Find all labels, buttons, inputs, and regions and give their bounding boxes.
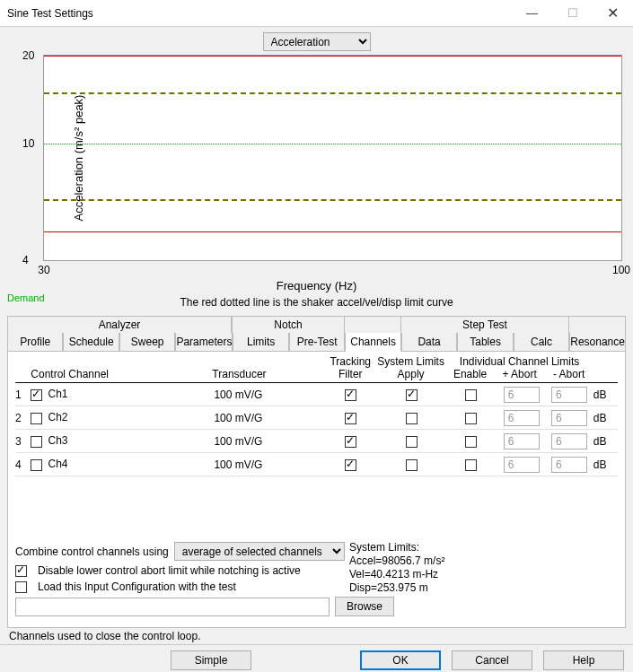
ok-button[interactable]: OK (360, 650, 441, 670)
plus-abort-input[interactable]: 6 (504, 387, 540, 403)
control-checkbox[interactable] (31, 413, 42, 424)
col-transducer: Transducer (212, 368, 324, 380)
x-tick: 30 (38, 264, 49, 276)
y-tick: 4 (22, 254, 29, 266)
tab-limits[interactable]: Limits (233, 333, 288, 352)
status-text: Channels used to close the control loop. (0, 628, 633, 644)
input-config-path[interactable] (15, 598, 330, 616)
y-tick: 20 (22, 49, 34, 62)
chart-caption: The red dotted line is the shaker accel/… (7, 296, 626, 309)
col-icl: Individual Channel Limits (445, 355, 593, 368)
col-enable: Enable (445, 368, 495, 380)
disable-lower-checkbox[interactable] (15, 565, 27, 577)
window-title: Sine Test Settings (7, 7, 93, 20)
control-checkbox[interactable] (31, 459, 42, 471)
control-checkbox[interactable] (31, 436, 42, 448)
close-button[interactable]: ✕ (593, 0, 633, 27)
tab-calc[interactable]: Calc (514, 333, 569, 352)
col-plus-abort: + Abort (495, 368, 544, 380)
maximize-button[interactable]: ☐ (552, 0, 593, 27)
tab-data[interactable]: Data (401, 333, 457, 352)
tab-resonance[interactable]: Resonance (569, 333, 626, 352)
tracking-checkbox[interactable] (345, 413, 356, 424)
lower-warn-line (44, 199, 621, 201)
chart-quantity-select[interactable]: Acceleration (263, 32, 371, 51)
col-tracking-filter: Tracking Filter (324, 355, 376, 380)
enable-checkbox[interactable] (465, 389, 477, 401)
col-minus-abort: - Abort (544, 368, 593, 380)
syslimits-checkbox[interactable] (406, 436, 418, 448)
plus-abort-input[interactable]: 6 (504, 457, 540, 473)
enable-checkbox[interactable] (465, 459, 477, 471)
minimize-button[interactable]: — (512, 0, 552, 27)
col-control-channel: Control Channel (31, 368, 212, 380)
upper-limit-line (44, 56, 621, 57)
minus-abort-input[interactable]: 6 (551, 433, 587, 449)
control-checkbox[interactable] (31, 389, 42, 401)
x-tick: 100 (612, 264, 630, 276)
load-input-label: Load this Input Configuration with the t… (38, 580, 236, 593)
syslimits-checkbox[interactable] (406, 389, 418, 401)
disable-lower-label: Disable lower control abort limit while … (38, 564, 301, 577)
cancel-button[interactable]: Cancel (452, 650, 532, 670)
enable-checkbox[interactable] (465, 436, 477, 448)
combine-select[interactable]: average of selected channels (174, 542, 345, 561)
demand-line (44, 144, 621, 144)
combine-label: Combine control channels using (15, 545, 169, 558)
upper-warn-line (44, 92, 621, 94)
title-bar: Sine Test Settings — ☐ ✕ (0, 0, 633, 27)
channel-row: 4Ch4100 mV/G66dB (15, 453, 618, 476)
syslimits-checkbox[interactable] (406, 413, 418, 424)
tab-group-notch: Notch (232, 316, 345, 333)
enable-checkbox[interactable] (465, 413, 477, 424)
minus-abort-input[interactable]: 6 (551, 387, 587, 403)
load-input-checkbox[interactable] (15, 581, 27, 593)
minus-abort-input[interactable]: 6 (551, 457, 587, 473)
channel-row: 2Ch2100 mV/G66dB (15, 406, 618, 430)
x-axis-label: Frequency (Hz) (7, 279, 626, 292)
tab-tables[interactable]: Tables (457, 333, 513, 352)
channel-row: 1Ch1100 mV/G66dB (15, 383, 618, 406)
tab-group-steptest: Step Test (400, 316, 569, 333)
channels-panel: Control Channel Transducer Tracking Filt… (7, 352, 626, 628)
demand-legend: Demand (7, 292, 45, 303)
help-button[interactable]: Help (543, 650, 624, 670)
syslimits-checkbox[interactable] (406, 459, 418, 471)
minus-abort-input[interactable]: 6 (551, 410, 587, 426)
tab-schedule[interactable]: Schedule (63, 333, 119, 352)
simple-button[interactable]: Simple (171, 650, 251, 670)
tracking-checkbox[interactable] (345, 436, 356, 448)
system-limits-block: System Limits: Accel=98056.7 m/s² Vel=40… (349, 541, 444, 595)
dialog-footer: Simple OK Cancel Help (0, 644, 633, 672)
tab-profile[interactable]: Profile (7, 333, 63, 352)
plus-abort-input[interactable]: 6 (504, 410, 540, 426)
tab-strip: ProfileScheduleSweepParametersLimitsPre-… (7, 333, 626, 352)
channel-row: 3Ch3100 mV/G66dB (15, 430, 618, 453)
tab-group-analyzer: Analyzer (7, 316, 232, 333)
y-axis-label: Acceleration (m/s² peak) (72, 95, 85, 222)
y-tick: 10 (22, 137, 34, 150)
chart-area: Acceleration (m/s² peak) 20 10 4 30 100 (43, 55, 622, 261)
lower-limit-line (44, 231, 621, 232)
tracking-checkbox[interactable] (345, 389, 356, 401)
browse-button[interactable]: Browse (335, 597, 394, 616)
tab-channels[interactable]: Channels (345, 333, 400, 352)
tab-pre-test[interactable]: Pre-Test (289, 333, 345, 352)
tracking-checkbox[interactable] (345, 459, 356, 471)
tab-parameters[interactable]: Parameters (175, 333, 233, 352)
tab-sweep[interactable]: Sweep (119, 333, 175, 352)
col-system-limits: System Limits Apply (376, 355, 445, 380)
plus-abort-input[interactable]: 6 (504, 433, 540, 449)
